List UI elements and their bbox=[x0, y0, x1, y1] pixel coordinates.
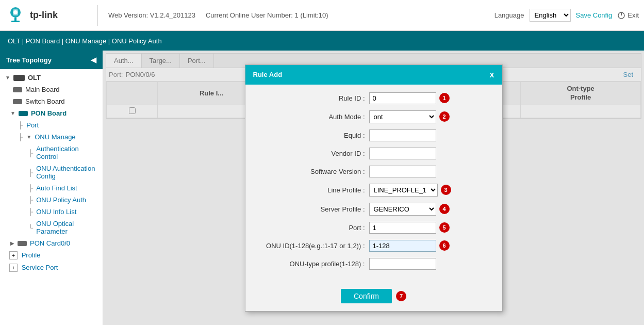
sidebar-item-profile[interactable]: + Profile bbox=[0, 249, 103, 262]
confirm-button[interactable]: Confirm bbox=[341, 289, 392, 303]
input-onu-type-profile[interactable] bbox=[369, 258, 436, 270]
tree-line: ├ bbox=[28, 184, 33, 192]
form-row-line-profile: Line Profile : LINE_PROFLE_1 LINE_PROFLE… bbox=[256, 184, 492, 197]
sidebar-item-onu-info[interactable]: ├ ONU Info List bbox=[0, 206, 103, 218]
input-software-version[interactable] bbox=[369, 166, 436, 177]
modal-close-button[interactable]: x bbox=[490, 70, 494, 79]
label-vendor-id: Vendor ID : bbox=[256, 150, 369, 157]
power-icon bbox=[617, 11, 625, 20]
sidebar-item-olt[interactable]: ▼ OLT bbox=[0, 72, 103, 84]
sidebar-item-pon-card[interactable]: ▶ PON Card0/0 bbox=[0, 237, 103, 249]
input-onu-id[interactable] bbox=[369, 240, 436, 252]
content-wrapper: Auth... Targe... Port... Port: PON0/0/6 … bbox=[103, 51, 644, 325]
control-onu-id: 6 bbox=[369, 240, 450, 252]
modal-body: Rule ID : 1 Auth Mode : ont bbox=[245, 85, 502, 284]
service-port-link[interactable]: Service Port bbox=[22, 264, 58, 271]
badge-1: 1 bbox=[439, 93, 450, 103]
input-equid[interactable] bbox=[369, 129, 436, 141]
sidebar-item-onu-policy-auth[interactable]: ├ ONU Policy Auth bbox=[0, 194, 103, 206]
exit-label: Exit bbox=[628, 11, 639, 19]
main-board-link[interactable]: Main Board bbox=[25, 86, 59, 93]
auth-control-link[interactable]: Authentication Control bbox=[36, 145, 98, 160]
sidebar-item-service-port[interactable]: + Service Port bbox=[0, 262, 103, 274]
onu-manage-link[interactable]: ONU Manage bbox=[35, 133, 75, 141]
sidebar-item-main-board[interactable]: Main Board bbox=[0, 84, 103, 95]
badge-2: 2 bbox=[439, 111, 450, 122]
label-software-version: Software Version : bbox=[256, 168, 369, 175]
pon-card-link[interactable]: PON Card0/0 bbox=[30, 239, 70, 247]
input-port[interactable] bbox=[369, 222, 436, 234]
badge-7: 7 bbox=[396, 291, 406, 301]
onu-optical-link[interactable]: ONU Optical Parameter bbox=[36, 220, 98, 235]
control-line-profile: LINE_PROFLE_1 LINE_PROFLE_2 3 bbox=[369, 184, 451, 197]
save-config-button[interactable]: Save Config bbox=[576, 11, 613, 19]
sidebar-item-onu-auth-config[interactable]: ├ ONU Authentication Config bbox=[0, 163, 103, 182]
expand-icon: ▼ bbox=[26, 134, 31, 140]
sidebar-item-port[interactable]: ├ Port bbox=[0, 119, 103, 131]
form-row-onu-id: ONU ID(1-128(e.g.:1-17 or 1,2)) : 6 bbox=[256, 240, 492, 252]
control-onu-type-profile bbox=[369, 258, 436, 270]
tree-line: ├ bbox=[18, 133, 23, 141]
form-row-vendor-id: Vendor ID : bbox=[256, 148, 492, 159]
breadcrumb-bar: OLT | PON Board | ONU Manage | ONU Polic… bbox=[0, 31, 644, 51]
sidebar-tree: ▼ OLT Main Board Switch Board ▼ PON Boar… bbox=[0, 69, 103, 277]
sidebar-item-auth-control[interactable]: ├ Authentication Control bbox=[0, 143, 103, 163]
label-rule-id: Rule ID : bbox=[256, 94, 369, 102]
select-server-profile[interactable]: GENERICO OTHER bbox=[369, 203, 436, 216]
badge-3: 3 bbox=[441, 185, 451, 195]
label-line-profile: Line Profile : bbox=[256, 186, 369, 194]
sidebar-item-switch-board[interactable]: Switch Board bbox=[0, 95, 103, 107]
select-line-profile[interactable]: LINE_PROFLE_1 LINE_PROFLE_2 bbox=[369, 184, 438, 197]
input-vendor-id[interactable] bbox=[369, 148, 436, 159]
tree-line: └ bbox=[28, 224, 33, 232]
tree-line: ├ bbox=[28, 149, 33, 157]
switch-board-link[interactable]: Switch Board bbox=[25, 98, 65, 105]
onu-auth-config-link[interactable]: ONU Authentication Config bbox=[36, 165, 98, 180]
profile-link[interactable]: Profile bbox=[22, 251, 41, 259]
form-row-software-version: Software Version : bbox=[256, 166, 492, 177]
language-select[interactable]: English Chinese bbox=[530, 9, 571, 22]
control-auth-mode: ont mac sn 2 bbox=[369, 110, 450, 123]
sidebar-item-onu-manage[interactable]: ├ ▼ ONU Manage bbox=[0, 131, 103, 143]
label-equid: Equid : bbox=[256, 132, 369, 139]
port-link[interactable]: Port bbox=[26, 121, 39, 129]
device-icon bbox=[18, 241, 27, 246]
tree-line: ├ bbox=[28, 169, 33, 176]
form-row-port: Port : 5 bbox=[256, 222, 492, 234]
device-icon bbox=[13, 87, 22, 92]
sidebar-item-pon-board[interactable]: ▼ PON Board bbox=[0, 107, 103, 119]
sidebar-olt-label: OLT bbox=[28, 74, 41, 82]
control-vendor-id bbox=[369, 148, 436, 159]
control-equid bbox=[369, 129, 436, 141]
input-rule-id[interactable] bbox=[369, 92, 436, 104]
label-onu-type-profile: ONU-type profile(1-128) : bbox=[256, 260, 369, 268]
auto-find-link[interactable]: Auto Find List bbox=[36, 184, 77, 192]
select-auth-mode[interactable]: ont mac sn bbox=[369, 110, 436, 123]
onu-info-link[interactable]: ONU Info List bbox=[36, 208, 76, 216]
sidebar-header: Tree Topology ◀ bbox=[0, 51, 103, 69]
tree-line: ├ bbox=[18, 121, 23, 129]
expand-icon: ▼ bbox=[5, 75, 10, 80]
sidebar-item-auto-find[interactable]: ├ Auto Find List bbox=[0, 182, 103, 194]
badge-5: 5 bbox=[439, 222, 450, 233]
label-auth-mode: Auth Mode : bbox=[256, 113, 369, 121]
rule-add-modal: Rule Add x Rule ID : 1 bbox=[245, 64, 503, 312]
collapse-arrow-icon[interactable]: ◀ bbox=[91, 56, 96, 64]
form-row-auth-mode: Auth Mode : ont mac sn 2 bbox=[256, 110, 492, 123]
pon-board-link[interactable]: PON Board bbox=[31, 109, 67, 117]
control-software-version bbox=[369, 166, 436, 177]
onu-policy-auth-link[interactable]: ONU Policy Auth bbox=[36, 196, 86, 204]
form-row-onu-type-profile: ONU-type profile(1-128) : bbox=[256, 258, 492, 270]
control-rule-id: 1 bbox=[369, 92, 450, 104]
sidebar-item-onu-optical[interactable]: └ ONU Optical Parameter bbox=[0, 218, 103, 237]
exit-button[interactable]: Exit bbox=[617, 11, 639, 20]
content-area: Auth... Targe... Port... Port: PON0/0/6 … bbox=[103, 51, 644, 325]
header-info: Web Version: V1.2.4_201123 Current Onlin… bbox=[98, 11, 494, 19]
modal-footer: Confirm 7 bbox=[245, 284, 502, 311]
expand-icon: ▶ bbox=[10, 240, 14, 246]
label-server-profile: Server Profile : bbox=[256, 205, 369, 213]
svg-rect-4 bbox=[11, 21, 20, 22]
modal-header: Rule Add x bbox=[245, 65, 502, 85]
header: tp-link Web Version: V1.2.4_201123 Curre… bbox=[0, 0, 644, 31]
logo-text: tp-link bbox=[30, 10, 58, 21]
